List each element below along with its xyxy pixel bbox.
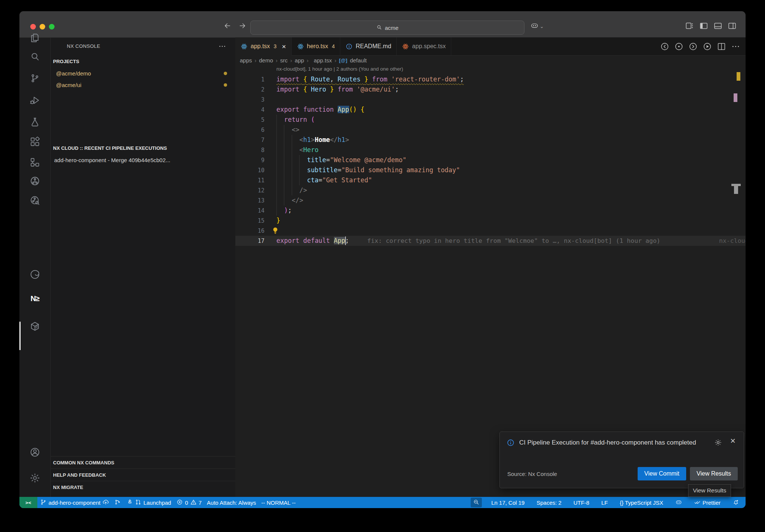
breadcrumb-item-app[interactable]: app (295, 57, 304, 64)
code-line-16[interactable]: 16 (235, 226, 746, 236)
notification-settings-icon[interactable] (714, 439, 722, 446)
ellipsis-icon[interactable] (731, 42, 740, 51)
activity-item-run-debug[interactable] (19, 91, 50, 109)
activity-item-settings[interactable] (19, 469, 50, 487)
tab-app-tsx[interactable]: app.tsx3× (235, 37, 292, 56)
view-results-button[interactable]: View Results (690, 467, 738, 480)
code-line-2[interactable]: 2import { Hero } from '@acme/ui'; (235, 84, 746, 95)
statusbar-encoding[interactable]: UTF-8 (571, 497, 592, 508)
code-line-8[interactable]: 8 <Hero (235, 145, 746, 155)
activity-item-source-control[interactable] (19, 69, 50, 87)
line-text: title="Welcome @acme/demo" (276, 156, 406, 164)
section-help-and-feedback[interactable]: HELP AND FEEDBACK (51, 468, 235, 481)
breadcrumb-item-demo[interactable]: demo (259, 57, 273, 64)
tab-README-md[interactable]: README.md (340, 37, 397, 55)
history-forward-button[interactable] (238, 22, 249, 32)
statusbar-problems-item[interactable]: 07 (174, 497, 204, 508)
notification-close-icon[interactable]: × (730, 436, 735, 445)
view-results-tooltip: View Results (688, 484, 731, 497)
statusbar-remote-indicator[interactable]: >< (19, 497, 37, 508)
code-line-9[interactable]: 9 title="Welcome @acme/demo" (235, 155, 746, 165)
chevron-down-icon: ⌄ (540, 24, 544, 29)
code-line-17[interactable]: 17export default App;fix: correct typo i… (235, 236, 746, 246)
statusbar-launchpad-item[interactable]: Launchpad (124, 497, 174, 508)
breadcrumb-item-default[interactable]: default (350, 57, 367, 64)
line-number: 15 (235, 216, 276, 226)
zoom-out-icon (473, 499, 480, 507)
layout-sidebar-left-icon[interactable] (699, 21, 708, 30)
line-text: /> (276, 186, 307, 194)
activity-item-gitlens-inspect[interactable] (19, 172, 50, 190)
project-tree-item[interactable]: @acme/demo (51, 68, 235, 79)
line-text: import { Hero } from '@acme/ui'; (276, 86, 399, 93)
activity-item-search[interactable] (19, 47, 50, 65)
history-back-button[interactable] (223, 22, 234, 32)
code-line-4[interactable]: 4export function App() { (235, 105, 746, 115)
modified-dot (224, 72, 227, 75)
tab-close-icon[interactable]: × (282, 43, 286, 50)
statusbar-zoom-indicator[interactable] (471, 498, 482, 507)
desktop-background: acme ⌄ N≥ NX CONSOLE PROJECTS@acme/demo@… (0, 0, 765, 532)
tab-hero-tsx[interactable]: hero.tsx4 (292, 37, 341, 55)
layout-sidebar-right-icon[interactable] (728, 21, 737, 30)
activity-item-edge-tools[interactable] (19, 265, 50, 283)
statusbar-language-mode[interactable]: {} TypeScript JSX (617, 497, 666, 508)
code-line-14[interactable]: 14 ); (235, 205, 746, 216)
section-projects[interactable]: PROJECTS (51, 56, 235, 67)
activity-item-nx-project-graph[interactable] (19, 153, 50, 171)
view-commit-button[interactable]: View Commit (638, 467, 686, 480)
layout-panel-icon[interactable] (713, 21, 722, 30)
code-line-13[interactable]: 13 </> (235, 195, 746, 205)
line-text: } (276, 217, 280, 224)
nav-back-circle-icon[interactable] (660, 42, 669, 51)
copilot-menu-button[interactable]: ⌄ (530, 21, 544, 31)
code-line-6[interactable]: 6 <> (235, 125, 746, 135)
circle-dot-icon[interactable] (674, 42, 684, 51)
statusbar-eol[interactable]: LF (599, 497, 611, 508)
code-line-5[interactable]: 5 return ( (235, 115, 746, 125)
statusbar-indentation[interactable]: Spaces: 2 (534, 497, 564, 508)
more-actions-icon[interactable] (218, 42, 226, 50)
code-line-12[interactable]: 12 /> (235, 185, 746, 195)
activity-item-extensions[interactable] (19, 133, 50, 151)
activity-item-gitlens-search[interactable] (19, 191, 50, 209)
code-line-11[interactable]: 11 cta="Get Started" (235, 175, 746, 185)
code-line-3[interactable]: 3 (235, 95, 746, 105)
activity-item-account[interactable] (19, 443, 50, 461)
statusbar-git-branch-item[interactable]: add-hero-component (37, 497, 112, 508)
section-nx-migrate[interactable]: NX MIGRATE (51, 481, 235, 494)
lightbulb-icon[interactable] (271, 226, 279, 235)
section-nx-cloud[interactable]: NX CLOUD :: RECENT CI PIPELINE EXECUTION… (51, 142, 235, 154)
breadcrumb-item-app-tsx[interactable]: app.tsx (314, 57, 332, 64)
statusbar-vim-mode-item[interactable]: -- NORMAL -- (259, 497, 298, 508)
text-cursor (345, 236, 346, 245)
activity-item-nx-console[interactable]: N≥ (19, 290, 50, 307)
activity-item-testing[interactable] (19, 113, 50, 131)
statusbar-commit-graph-item[interactable] (112, 497, 124, 508)
statusbar-formatter[interactable]: Prettier (691, 497, 723, 508)
activity-item-containers[interactable] (19, 317, 50, 335)
tab-app-spec-tsx[interactable]: app.spec.tsx (397, 37, 451, 55)
breadcrumb-separator: › (290, 57, 292, 64)
activity-item-explorer[interactable] (19, 29, 50, 47)
statusbar-auto-attach-item[interactable]: Auto Attach: Always (204, 497, 259, 508)
code-line-15[interactable]: 15} (235, 216, 746, 226)
code-line-1[interactable]: 1import { Route, Routes } from 'react-ro… (235, 74, 746, 84)
notification-source: Source: Nx Console (507, 471, 557, 477)
statusbar-copilot-status[interactable] (673, 497, 685, 508)
blame-author-clipped: nx-cloud[b (719, 236, 746, 246)
command-center-search[interactable]: acme (250, 21, 524, 35)
statusbar-notifications-bell[interactable] (730, 497, 742, 508)
split-editor-icon[interactable] (717, 42, 726, 51)
code-line-10[interactable]: 10 subtitle="Build something amazing tod… (235, 165, 746, 175)
statusbar-cursor-position[interactable]: Ln 17, Col 19 (489, 497, 527, 508)
code-line-7[interactable]: 7 <h1>Home</h1> (235, 135, 746, 145)
breadcrumb-item-apps[interactable]: apps (240, 57, 252, 64)
section-common-nx-commands[interactable]: COMMON NX COMMANDS (51, 456, 235, 469)
layout-customize-icon[interactable] (685, 21, 694, 30)
run-circle-icon[interactable] (703, 42, 712, 51)
nav-fwd-circle-icon[interactable] (688, 42, 698, 51)
project-tree-item[interactable]: @acme/ui (51, 79, 235, 90)
pipeline-execution-item[interactable]: add-hero-component - Merge 409b44e5cb02.… (51, 154, 235, 166)
breadcrumb-item-src[interactable]: src (280, 57, 288, 64)
